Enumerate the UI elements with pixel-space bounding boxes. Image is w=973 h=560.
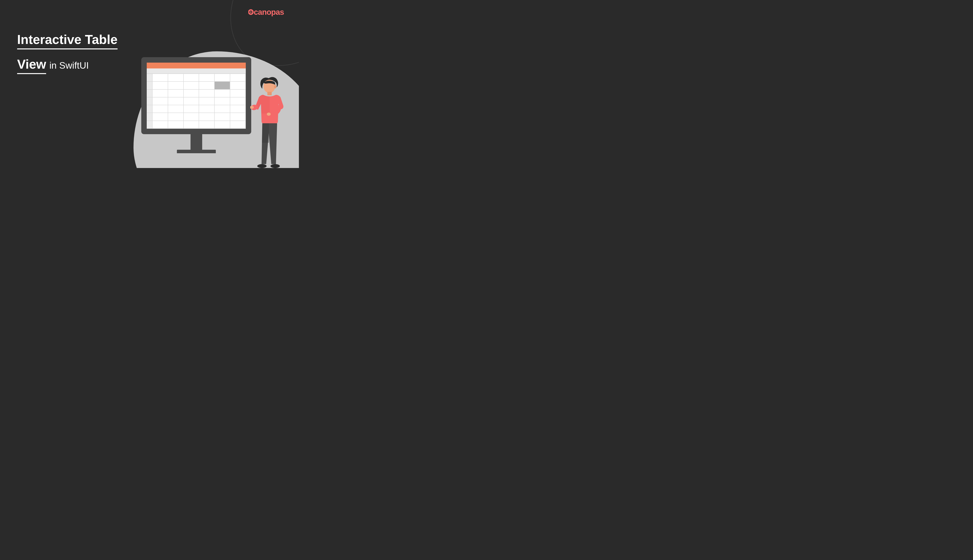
cell (199, 90, 215, 97)
canopas-logo-icon: canopas (248, 7, 287, 17)
cell (168, 74, 184, 81)
cell (215, 113, 230, 120)
row-header (147, 74, 152, 81)
cell (168, 97, 184, 105)
cell (152, 105, 168, 113)
svg-point-8 (257, 164, 267, 168)
brand-logo: canopas (248, 7, 287, 17)
cell (152, 97, 168, 105)
title-line-1: Interactive Table (17, 32, 117, 49)
cell (230, 74, 246, 81)
cell (168, 113, 184, 120)
title-line-2-underlined: View (17, 57, 46, 74)
cell (215, 105, 230, 113)
cell (215, 90, 230, 97)
cell (199, 82, 215, 89)
sheet-row (147, 97, 246, 105)
cell (230, 113, 246, 120)
cell (168, 90, 184, 97)
cell (230, 105, 246, 113)
cell (152, 82, 168, 89)
cell (152, 121, 168, 128)
row-header (147, 90, 152, 97)
monitor-base (177, 150, 216, 153)
cell (199, 113, 215, 120)
monitor-stand (191, 134, 202, 150)
monitor-screen (147, 63, 246, 129)
spreadsheet-body (147, 74, 246, 129)
cell (184, 105, 199, 113)
cell (184, 113, 199, 120)
row-header (147, 113, 152, 120)
cell (215, 121, 230, 128)
sheet-row (147, 74, 246, 82)
cell (184, 74, 199, 81)
cell (199, 105, 215, 113)
cell (199, 74, 215, 81)
svg-point-9 (271, 164, 280, 168)
svg-point-7 (267, 113, 271, 116)
sheet-row (147, 113, 246, 121)
title-line-2-plain: in SwiftUI (49, 60, 89, 71)
cell (199, 97, 215, 105)
row-header (147, 82, 152, 89)
svg-point-1 (250, 12, 252, 13)
cell (168, 105, 184, 113)
cell-selected (215, 82, 230, 89)
hero-illustration (141, 57, 289, 168)
monitor-illustration (141, 57, 251, 153)
monitor-frame (141, 57, 251, 134)
svg-rect-5 (267, 92, 272, 95)
row-header (147, 121, 152, 128)
row-header (147, 105, 152, 113)
cell (230, 82, 246, 89)
sheet-row (147, 82, 246, 90)
cell (152, 113, 168, 120)
sheet-row (147, 121, 246, 129)
cell (168, 121, 184, 128)
cell (152, 74, 168, 81)
cell (199, 121, 215, 128)
cell (184, 90, 199, 97)
cell (184, 97, 199, 105)
cell (230, 97, 246, 105)
svg-point-4 (274, 85, 276, 88)
sheet-row (147, 105, 246, 113)
row-header (147, 97, 152, 105)
cell (184, 121, 199, 128)
cell (184, 82, 199, 89)
cell (215, 74, 230, 81)
cell (168, 82, 184, 89)
person-icon (250, 75, 289, 168)
person-illustration (250, 75, 289, 168)
spreadsheet-header (147, 68, 246, 74)
cell (215, 97, 230, 105)
window-title-bar (147, 63, 246, 68)
svg-text:canopas: canopas (254, 8, 284, 16)
cell (230, 121, 246, 128)
hero-title: Interactive Table View in SwiftUI (17, 32, 117, 74)
sheet-row (147, 90, 246, 97)
cell (152, 90, 168, 97)
cell (230, 90, 246, 97)
